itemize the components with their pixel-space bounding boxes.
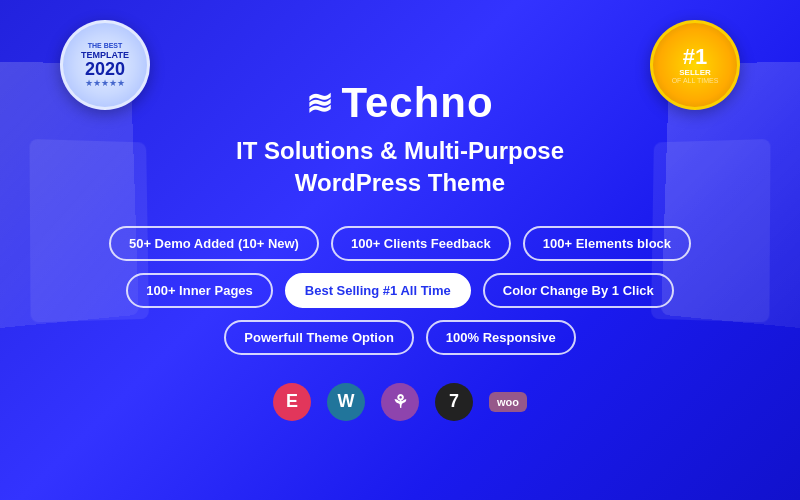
features-pills: 50+ Demo Added (10+ New) 100+ Clients Fe…: [109, 226, 691, 355]
pills-row-1: 50+ Demo Added (10+ New) 100+ Clients Fe…: [109, 226, 691, 261]
subtitle-line1: IT Solutions & Multi-Purpose: [236, 137, 564, 164]
plugin-woocommerce[interactable]: woo: [489, 392, 527, 412]
subtitle-line2: WordPress Theme: [295, 169, 505, 196]
badge-top-seller: #1 SELLER of all times: [650, 20, 740, 110]
badge-left-year: 2020: [85, 60, 125, 78]
seven-icon-label: 7: [449, 391, 459, 412]
pill-demo[interactable]: 50+ Demo Added (10+ New): [109, 226, 319, 261]
plugin-elementor[interactable]: E: [273, 383, 311, 421]
pills-row-2: 100+ Inner Pages Best Selling #1 All Tim…: [126, 273, 674, 308]
pill-theme-option[interactable]: Powerfull Theme Option: [224, 320, 414, 355]
plugin-seven[interactable]: 7: [435, 383, 473, 421]
badge-right-line1: SELLER: [679, 68, 711, 77]
plugin-icons-row: E W ⚘ 7 woo: [273, 383, 527, 421]
logo-text: Techno: [341, 79, 493, 127]
pill-responsive[interactable]: 100% Responsive: [426, 320, 576, 355]
plugin-divi[interactable]: ⚘: [381, 383, 419, 421]
woo-icon-label: woo: [497, 396, 519, 408]
pill-color-change[interactable]: Color Change By 1 Click: [483, 273, 674, 308]
pill-clients[interactable]: 100+ Clients Feedback: [331, 226, 511, 261]
pill-elements[interactable]: 100+ Elements block: [523, 226, 691, 261]
logo-area: ≋ Techno: [306, 79, 493, 127]
pills-row-3: Powerfull Theme Option 100% Responsive: [224, 320, 575, 355]
badge-best-template: THE BEST TEMPLATE 2020 ★★★★★: [60, 20, 150, 110]
plugin-wordpress[interactable]: W: [327, 383, 365, 421]
badge-left-line1: THE BEST: [88, 42, 123, 50]
badge-right-line2: of all times: [672, 77, 719, 84]
pill-best-selling[interactable]: Best Selling #1 All Time: [285, 273, 471, 308]
badge-right-number: #1: [683, 46, 707, 68]
pill-inner-pages[interactable]: 100+ Inner Pages: [126, 273, 273, 308]
elementor-icon-label: E: [286, 391, 298, 412]
hero-subtitle: IT Solutions & Multi-Purpose WordPress T…: [236, 135, 564, 197]
badge-left-stars: ★★★★★: [85, 78, 125, 88]
wordpress-icon-label: W: [338, 391, 355, 412]
logo-icon: ≋: [306, 84, 331, 122]
hero-section: THE BEST TEMPLATE 2020 ★★★★★ #1 SELLER o…: [0, 0, 800, 500]
divi-icon-label: ⚘: [392, 391, 408, 413]
